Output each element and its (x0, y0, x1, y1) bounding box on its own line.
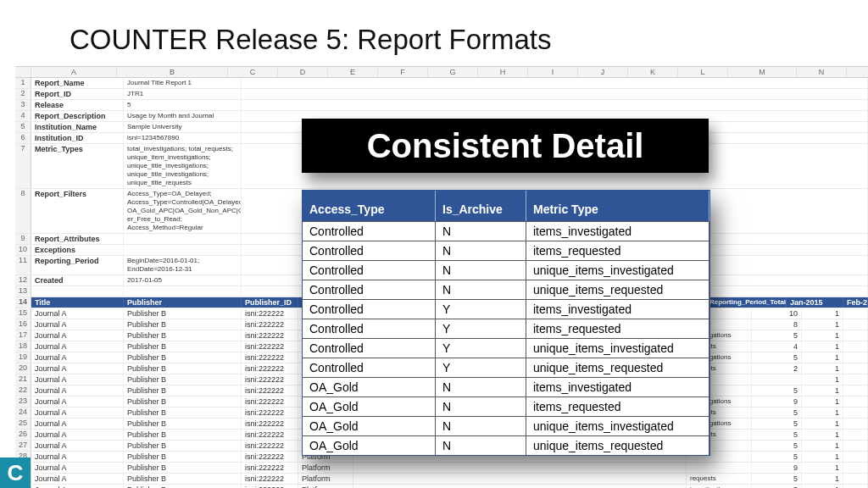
col-K: K (628, 67, 678, 77)
cell-title: Journal A (31, 352, 124, 363)
cell-jan: 1 (802, 485, 843, 488)
overlay-is-archive: Y (436, 358, 526, 377)
hdr-publisher-id: Publisher_ID (242, 297, 298, 308)
cell-jan: 1 (802, 352, 843, 363)
cell-publisher: Publisher B (124, 474, 242, 484)
header-label: Report_Attributes (31, 234, 124, 244)
overlay-row: OA_GoldNunique_items_requested (303, 435, 709, 455)
table-row: 30Journal APublisher Bisni:222222Platfor… (15, 474, 868, 485)
cell-jan: 1 (802, 419, 843, 429)
cell-jan: 1 (802, 474, 843, 484)
header-value: Access_Type=OA_Delayed; Access_Type=Cont… (124, 189, 242, 233)
cell-jan: 1 (802, 441, 843, 451)
cell-publisher-id: isni:222222 (242, 385, 298, 396)
col-B: B (117, 67, 228, 77)
cell-publisher-id: isni:222222 (242, 430, 298, 440)
cell-publisher: Publisher B (124, 352, 242, 363)
cell-jan: 1 (802, 319, 843, 330)
cell-title: Journal A (31, 463, 124, 473)
cell-total: 9 (752, 396, 802, 407)
col-H: H (478, 67, 528, 77)
header-label: Metric_Types (31, 144, 124, 188)
cell-title: Journal A (31, 452, 124, 462)
cell-total: 4 (752, 341, 802, 352)
cell-total: 5 (752, 441, 802, 451)
overlay-row: ControlledNunique_items_requested (303, 280, 709, 299)
header-label: Report_Name (31, 78, 124, 88)
cell-publisher: Publisher B (124, 396, 242, 407)
overlay-row: ControlledYitems_investigated (303, 299, 709, 319)
header-value: isni=1234567890 (124, 133, 242, 143)
header-label: Report_ID (31, 89, 124, 99)
cell-title: Journal A (31, 341, 124, 352)
overlay-is-archive: N (436, 261, 526, 280)
cell-title: Journal A (31, 319, 124, 330)
header-label: Reporting_Period (31, 256, 124, 274)
counter-logo-badge: C (0, 458, 31, 488)
page-title: COUNTER Release 5: Report Formats (70, 24, 552, 56)
cell-title: Journal A (31, 485, 124, 488)
overlay-metric-type: items_requested (526, 241, 709, 260)
overlay-access-type: Controlled (303, 280, 436, 299)
cell-publisher: Publisher B (124, 363, 242, 374)
column-header-row: A B C D E F G H I J K L M N (15, 66, 868, 78)
cell-jan: 1 (802, 396, 843, 407)
col-C: C (228, 67, 278, 77)
overlay-metric-type: unique_items_investigated (526, 261, 709, 280)
cell-publisher: Publisher B (124, 408, 242, 418)
cell-total (752, 374, 802, 385)
header-label: Institution_ID (31, 133, 124, 143)
cell-publisher: Publisher B (124, 441, 242, 451)
overlay-is-archive: N (436, 241, 526, 260)
overlay-is-archive: N (436, 417, 526, 435)
cell-jan: 1 (802, 463, 843, 473)
cell-title: Journal A (31, 363, 124, 374)
header-label: Release (31, 100, 124, 110)
hdr-jan: Jan-2015 (787, 297, 843, 308)
col-F: F (378, 67, 428, 77)
cell-platform: Platform (298, 474, 353, 484)
cell-publisher-id: isni:222222 (242, 319, 298, 330)
col-D: D (278, 67, 328, 77)
cell-publisher-id: isni:222222 (242, 485, 298, 488)
overlay-hdr-metric-type: Metric Type (526, 191, 709, 221)
header-value: total_investigations; total_requests; un… (124, 144, 242, 188)
cell-total: 5 (752, 408, 802, 418)
overlay-row: ControlledNitems_requested (303, 241, 709, 260)
overlay-access-type: OA_Gold (303, 436, 436, 455)
cell-publisher: Publisher B (124, 374, 242, 385)
overlay-metric-type: unique_items_investigated (526, 339, 709, 358)
cell-title: Journal A (31, 385, 124, 396)
overlay-is-archive: N (436, 222, 526, 241)
cell-jan: 1 (802, 385, 843, 396)
header-row: 1Report_NameJournal Title Report 1 (15, 78, 868, 89)
header-label: Exceptions (31, 245, 124, 255)
overlay-access-type: OA_Gold (303, 397, 436, 416)
header-label: Report_Description (31, 111, 124, 121)
cell-publisher-id: isni:222222 (242, 341, 298, 352)
cell-publisher-id: isni:222222 (242, 374, 298, 385)
cell-total: 5 (752, 452, 802, 462)
overlay-metric-type: items_investigated (526, 222, 709, 241)
cell-title: Journal A (31, 441, 124, 451)
cell-publisher: Publisher B (124, 385, 242, 396)
cell-total: 5 (752, 352, 802, 363)
cell-title: Journal A (31, 374, 124, 385)
col-J: J (578, 67, 628, 77)
cell-title: Journal A (31, 330, 124, 341)
cell-publisher-id: isni:222222 (242, 452, 298, 462)
cell-publisher-id: isni:222222 (242, 441, 298, 451)
cell-publisher: Publisher B (124, 419, 242, 429)
overlay-table-header: Access_Type Is_Archive Metric Type (303, 191, 709, 221)
overlay-access-type: Controlled (303, 222, 436, 241)
cell-publisher-id: isni:222222 (242, 419, 298, 429)
cell-publisher-id: isni:222222 (242, 363, 298, 374)
overlay-is-archive: Y (436, 319, 526, 338)
col-G: G (428, 67, 478, 77)
cell-publisher: Publisher B (124, 463, 242, 473)
cell-total: 5 (752, 485, 802, 488)
cell-publisher: Publisher B (124, 452, 242, 462)
overlay-row: OA_GoldNunique_items_investigated (303, 416, 709, 435)
cell-publisher-id: isni:222222 (242, 396, 298, 407)
overlay-metric-type: unique_items_investigated (526, 417, 709, 435)
